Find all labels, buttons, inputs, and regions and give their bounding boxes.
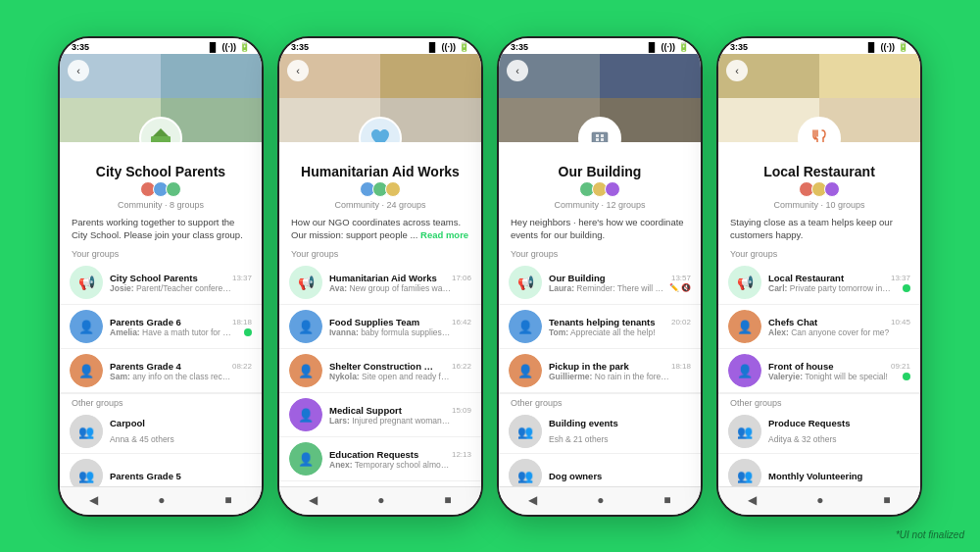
avatar-group — [499, 179, 701, 199]
other-group-item[interactable]: 👥 Dog owners — [499, 454, 701, 485]
status-bar: 3:35 ▐▌ ((·)) 🔋 — [499, 38, 701, 54]
status-time: 3:35 — [72, 42, 89, 52]
nav-bar: ◀ ● ■ — [718, 486, 920, 515]
nav-recent-icon[interactable]: ■ — [663, 493, 670, 507]
group-item[interactable]: 📢 Our Building 13:57 Laura: Reminder: Th… — [499, 261, 701, 305]
group-item[interactable]: 👤 Food Supplies Team 16:42 Ivanna: baby … — [279, 305, 481, 349]
disclaimer-text: *UI not finalized — [896, 529, 964, 540]
avatar-group — [279, 179, 481, 199]
other-group-item[interactable]: 👥 Building events Esh & 21 others — [499, 410, 701, 454]
phone-header: ‹ — [279, 54, 481, 142]
phone-body: Local Restaurant Community · 10 groups S… — [718, 142, 920, 515]
group-item[interactable]: 📢 City School Parents 13:37 Josie: Paren… — [60, 261, 262, 305]
other-groups-label: Other groups — [60, 393, 262, 410]
header-cell-2 — [161, 54, 262, 98]
phone-body: Humanitarian Aid Works Community · 24 gr… — [279, 142, 481, 515]
other-group-meta: Aditya & 32 others — [768, 434, 836, 444]
back-button[interactable]: ‹ — [507, 60, 528, 81]
group-time: 10:45 — [891, 318, 910, 326]
nav-recent-icon[interactable]: ■ — [883, 493, 890, 507]
group-info: Parents Grade 6 18:18 Amelia: Have a mat… — [110, 317, 252, 337]
avatar-group — [60, 179, 262, 199]
phone-4: 3:35 ▐▌ ((·)) 🔋 ‹ Local Restaurant Commu… — [716, 36, 922, 517]
nav-back-icon[interactable]: ◀ — [309, 493, 318, 507]
phone-header: ‹ — [718, 54, 920, 142]
status-time: 3:35 — [730, 42, 748, 52]
group-name: Front of house — [768, 361, 834, 372]
nav-recent-icon[interactable]: ■ — [444, 493, 451, 507]
group-name: Food Supplies Team — [329, 317, 419, 327]
header-cell-2 — [600, 54, 701, 98]
other-group-meta: Anna & 45 others — [110, 434, 174, 444]
group-name: Parents Grade 6 — [110, 317, 181, 327]
group-avatar: 👤 — [289, 310, 322, 343]
group-item[interactable]: 📢 Local Restaurant 13:37 Carl: Private p… — [718, 261, 920, 305]
nav-home-icon[interactable]: ● — [597, 493, 604, 507]
back-button[interactable]: ‹ — [68, 60, 89, 81]
phone-header: ‹ — [60, 54, 262, 142]
group-time: 17:06 — [452, 274, 471, 282]
wifi-icon: ((·)) — [881, 42, 896, 52]
group-avatar: 📢 — [289, 266, 322, 299]
group-item[interactable]: 👤 Medical Support 15:09 Lars: Injured pr… — [279, 393, 481, 437]
group-item[interactable]: 👤 Chefs Chat 10:45 Alex: Can anyone cove… — [718, 305, 920, 349]
group-preview: Ivanna: baby formula supplies running ..… — [329, 327, 452, 337]
header-cell-2 — [380, 54, 481, 98]
group-preview: Anex: Temporary school almost comp... — [329, 460, 452, 470]
group-info: Local Restaurant 13:37 Carl: Private par… — [768, 273, 910, 293]
group-info: Chefs Chat 10:45 Alex: Can anyone cover … — [768, 317, 910, 337]
group-item[interactable]: 👤 Shelter Construction Team 16:22 Nykola… — [279, 349, 481, 393]
group-preview: Ava: New group of families waiting ... — [329, 283, 452, 293]
nav-back-icon[interactable]: ◀ — [89, 493, 98, 507]
svg-marker-2 — [153, 128, 169, 136]
phone-2: 3:35 ▐▌ ((·)) 🔋 ‹ Humanitarian Aid Works… — [277, 36, 483, 517]
signal-icon: ▐▌ — [207, 42, 220, 52]
back-button[interactable]: ‹ — [726, 60, 748, 81]
community-desc: Staying close as a team helps keep our c… — [718, 210, 920, 246]
nav-back-icon[interactable]: ◀ — [528, 493, 537, 507]
status-bar: 3:35 ▐▌ ((·)) 🔋 — [279, 38, 481, 54]
group-list: 📢 City School Parents 13:37 Josie: Paren… — [60, 261, 262, 485]
group-item[interactable]: 👤 Parents Grade 6 18:18 Amelia: Have a m… — [60, 305, 262, 349]
other-group-info: Produce Requests Aditya & 32 others — [768, 418, 910, 446]
nav-back-icon[interactable]: ◀ — [748, 493, 757, 507]
community-meta: Community · 24 groups — [279, 200, 481, 210]
group-item[interactable]: 👤 Education Requests 12:13 Anex: Tempora… — [279, 437, 481, 481]
svg-rect-4 — [592, 132, 608, 142]
group-item[interactable]: 👤 Tenants helping tenants 20:02 Tom: App… — [499, 305, 701, 349]
group-name: Shelter Construction Team — [329, 361, 437, 372]
back-button[interactable]: ‹ — [287, 60, 309, 81]
group-name: Medical Support — [329, 405, 402, 416]
group-preview: Amelia: Have a math tutor for the upc... — [110, 327, 232, 337]
nav-recent-icon[interactable]: ■ — [224, 493, 231, 507]
group-time: 16:42 — [452, 318, 471, 326]
nav-bar: ◀ ● ■ — [60, 486, 262, 515]
group-item[interactable]: 👤 Front of house 09:21 Valeryie: Tonight… — [718, 349, 920, 393]
group-item[interactable]: 📢 Humanitarian Aid Works 17:06 Ava: New … — [279, 261, 481, 305]
group-time: 18:18 — [232, 318, 252, 326]
group-preview: Nykola: Site open and ready for ... — [329, 372, 452, 381]
status-time: 3:35 — [511, 42, 528, 52]
header-cell-2 — [819, 54, 920, 98]
nav-home-icon[interactable]: ● — [158, 493, 165, 507]
your-groups-label: Your groups — [279, 245, 481, 261]
nav-home-icon[interactable]: ● — [377, 493, 384, 507]
group-preview: Josie: Parent/Teacher conferences ... — [110, 283, 232, 293]
nav-home-icon[interactable]: ● — [816, 493, 823, 507]
group-time: 09:21 — [891, 362, 910, 371]
community-meta: Community · 8 groups — [60, 200, 262, 210]
other-group-item[interactable]: 👥 Monthly Volunteering — [718, 454, 920, 485]
group-item[interactable]: 👤 Pickup in the park 18:18 Guillierme: N… — [499, 349, 701, 393]
community-name: Our Building — [499, 164, 701, 179]
other-group-item[interactable]: 👥 Carpool Anna & 45 others — [60, 410, 262, 454]
other-group-item[interactable]: 👥 Produce Requests Aditya & 32 others — [718, 410, 920, 454]
read-more-link[interactable]: Read more — [420, 229, 468, 240]
group-info: City School Parents 13:37 Josie: Parent/… — [110, 273, 252, 293]
group-time: 08:22 — [232, 362, 252, 371]
battery-icon: 🔋 — [898, 42, 908, 52]
group-name: Humanitarian Aid Works — [329, 273, 437, 283]
other-group-item[interactable]: 👥 Parents Grade 5 — [60, 454, 262, 485]
group-item[interactable]: 👤 Parents Grade 4 08:22 Sam: any info on… — [60, 349, 262, 393]
group-avatar: 📢 — [728, 266, 761, 299]
signal-icon: ▐▌ — [865, 42, 878, 52]
